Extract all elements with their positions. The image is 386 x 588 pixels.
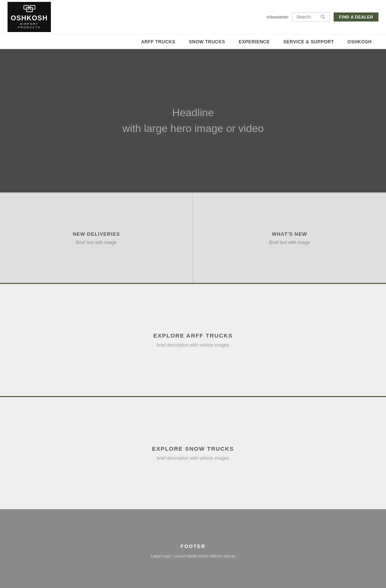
svg-line-4	[324, 18, 325, 19]
logo-sub-text: AIRPORT PRODUCTS	[11, 22, 48, 29]
logo[interactable]: OSHKOSH AIRPORT PRODUCTS	[8, 2, 51, 32]
new-deliveries-title: NEW DELIVERIES	[73, 231, 120, 237]
header-right-controls: eNewsletter FIND A DEALER	[267, 12, 378, 21]
svg-point-3	[321, 15, 324, 18]
explore-snow-section: EXPLORE SNOW TRUCKS brief description wi…	[0, 396, 386, 509]
footer-title: FOOTER	[181, 543, 205, 549]
logo-icon	[22, 5, 37, 14]
hero-headline-line1: Headline	[172, 107, 214, 118]
enewsletter-link[interactable]: eNewsletter	[267, 15, 288, 19]
new-deliveries-card[interactable]: NEW DELIVERIES Brief text with image	[0, 193, 193, 283]
find-dealer-button[interactable]: FIND A DEALER	[334, 12, 378, 21]
main-nav: ARFF TRUCKS SNOW TRUCKS EXPERIENCE SERVI…	[0, 34, 386, 49]
whats-new-card[interactable]: WHAT'S NEW Brief text with image	[193, 193, 386, 283]
logo-brand-text: OSHKOSH	[11, 14, 47, 22]
explore-arff-title: EXPLORE ARFF TRUCKS	[153, 332, 233, 339]
explore-snow-title: EXPLORE SNOW TRUCKS	[152, 445, 234, 452]
nav-item-snow-trucks[interactable]: SNOW TRUCKS	[182, 39, 232, 45]
nav-item-service-support[interactable]: SERVICE & SUPPORT	[277, 39, 341, 45]
footer-sub: Legal copy / social media links/ eNews s…	[151, 554, 235, 558]
hero-headline-line2: with large hero image or video	[122, 123, 263, 134]
whats-new-brief: Brief text with image	[269, 240, 310, 245]
hero-headline: Headline with large hero image or video	[122, 105, 263, 137]
nav-item-arff-trucks[interactable]: ARFF TRUCKS	[134, 39, 182, 45]
whats-new-title: WHAT'S NEW	[272, 231, 307, 237]
new-deliveries-brief: Brief text with image	[76, 240, 116, 245]
search-box	[292, 12, 330, 21]
nav-item-oshkosh[interactable]: OSHKOSH	[341, 39, 378, 45]
explore-arff-brief: brief description with vehicle images	[157, 342, 229, 348]
explore-snow-brief: brief description with vehicle images	[157, 456, 229, 461]
nav-item-experience[interactable]: EXPERIENCE	[232, 39, 276, 45]
search-icon	[320, 14, 326, 20]
explore-arff-section: EXPLORE ARFF TRUCKS brief description wi…	[0, 283, 386, 396]
site-header: OSHKOSH AIRPORT PRODUCTS eNewsletter FIN…	[0, 0, 386, 34]
hero-section: Headline with large hero image or video	[0, 49, 386, 192]
two-col-section: NEW DELIVERIES Brief text with image WHA…	[0, 192, 386, 283]
search-input[interactable]	[296, 14, 319, 20]
site-footer: FOOTER Legal copy / social media links/ …	[0, 509, 386, 588]
